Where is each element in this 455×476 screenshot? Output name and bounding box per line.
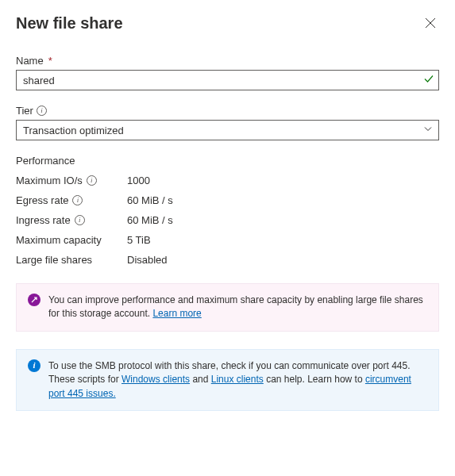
close-icon bbox=[425, 17, 436, 29]
recommendation-banner: You can improve performance and maximum … bbox=[16, 283, 439, 332]
info-text: can help. Learn how to bbox=[264, 374, 365, 385]
performance-row-value: 60 MiB / s bbox=[127, 194, 173, 206]
info-text: and bbox=[190, 374, 211, 385]
required-indicator: * bbox=[48, 55, 52, 67]
performance-row-label: Maximum IO/s bbox=[16, 175, 83, 186]
tier-selected-value: Transaction optimized bbox=[23, 125, 124, 136]
performance-row-value: 5 TiB bbox=[127, 234, 151, 246]
performance-row-value: 60 MiB / s bbox=[127, 214, 173, 226]
performance-row-label: Maximum capacity bbox=[16, 234, 102, 246]
check-icon bbox=[423, 74, 434, 87]
performance-row-label: Large file shares bbox=[16, 254, 92, 266]
recommendation-icon bbox=[28, 294, 40, 306]
performance-heading: Performance bbox=[16, 155, 439, 167]
info-icon[interactable]: i bbox=[72, 195, 83, 205]
recommendation-text: You can improve performance and maximum … bbox=[48, 294, 423, 319]
name-input[interactable] bbox=[16, 70, 439, 90]
info-banner: i To use the SMB protocol with this shar… bbox=[16, 349, 439, 411]
close-button[interactable] bbox=[422, 14, 439, 32]
linux-clients-link[interactable]: Linux clients bbox=[211, 374, 264, 385]
name-label: Name bbox=[16, 55, 44, 67]
performance-row: Maximum IO/s i 1000 bbox=[16, 175, 439, 186]
performance-row: Large file shares Disabled bbox=[16, 254, 439, 266]
tier-label: Tier bbox=[16, 105, 33, 117]
tier-dropdown[interactable]: Transaction optimized bbox=[16, 120, 439, 140]
performance-row-label: Egress rate bbox=[16, 194, 68, 206]
info-icon[interactable]: i bbox=[87, 175, 97, 186]
performance-row: Egress rate i 60 MiB / s bbox=[16, 194, 439, 206]
performance-row: Ingress rate i 60 MiB / s bbox=[16, 214, 439, 226]
performance-row-value: 1000 bbox=[127, 175, 150, 186]
performance-row: Maximum capacity 5 TiB bbox=[16, 234, 439, 246]
learn-more-link[interactable]: Learn more bbox=[152, 308, 201, 319]
info-icon[interactable]: i bbox=[37, 106, 47, 116]
info-badge-icon: i bbox=[28, 359, 40, 372]
performance-row-value: Disabled bbox=[127, 254, 168, 266]
info-icon[interactable]: i bbox=[75, 215, 85, 225]
performance-row-label: Ingress rate bbox=[16, 214, 71, 226]
windows-clients-link[interactable]: Windows clients bbox=[121, 374, 190, 385]
page-title: New file share bbox=[16, 14, 123, 33]
